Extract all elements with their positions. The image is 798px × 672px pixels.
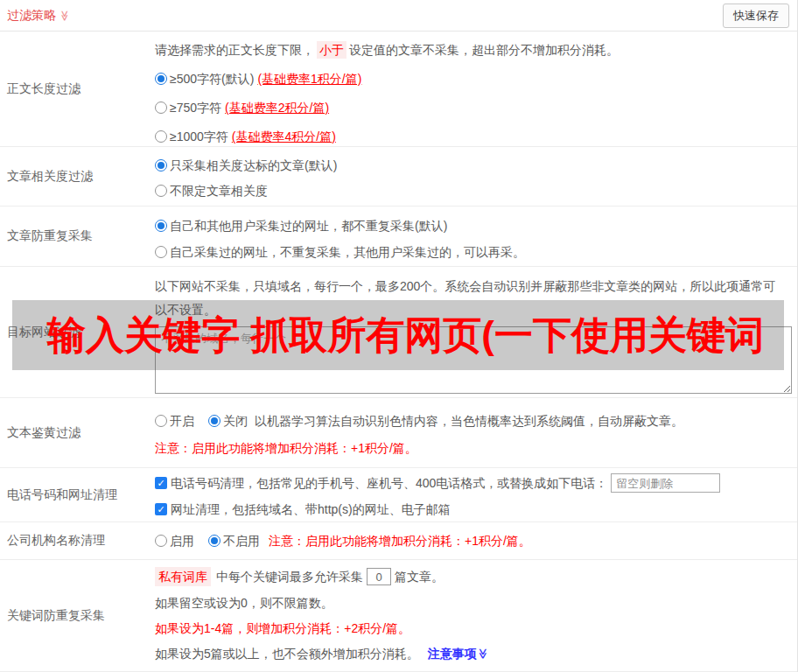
option-text: 自己和其他用户采集过的网址，都不重复采集(默认): [170, 217, 447, 234]
porn-filter-description: 以机器学习算法自动识别色情内容，当色情概率达到系统阈值，自动屏蔽文章。: [255, 412, 683, 430]
section-phone-url: 电话号码和网址清理 ✓ 电话号码清理，包括常见的手机号、座机号、400电话格式，…: [0, 468, 797, 522]
section-company-clean: 公司机构名称清理 启用 不启用 注意：启用此功能将增加积分消耗：+1积分/篇。: [0, 522, 797, 560]
radio-icon-porn-off[interactable]: [208, 415, 220, 427]
section-relevance: 文章相关度过滤 只采集相关度达标的文章(默认) 不限定文章相关度: [0, 147, 797, 206]
fee-text: (基础费率1积分/篇): [257, 70, 361, 88]
keyword-note-cost: 如果设为1-4篇，则增加积分消耗：+2积分/篇。: [155, 620, 792, 637]
radio-icon-company-off[interactable]: [208, 535, 220, 547]
checkbox-row-url[interactable]: ✓ 网址清理，包括纯域名、带http(s)的网址、电子邮箱: [155, 500, 792, 518]
keyword-note-zero: 如果留空或设为0，则不限篇数。: [155, 594, 792, 612]
chevron-double-down-icon: ≫: [478, 648, 488, 660]
keyword-limit-suffix: 篇文章。: [395, 568, 444, 585]
watermark-overlay: 输入关键字 抓取所有网页(一下使用关键词: [12, 300, 784, 370]
radio-option-relevance-any[interactable]: 不限定文章相关度: [155, 182, 792, 200]
option-text: 关闭: [223, 412, 248, 430]
checkbox-row-phone[interactable]: ✓ 电话号码清理，包括常见的手机号、座机号、400电话格式，或替换成如下电话：: [155, 473, 792, 493]
option-text: ≥1000字符: [170, 128, 228, 145]
keyword-limit-input[interactable]: [367, 568, 391, 585]
replacement-phone-input[interactable]: [611, 473, 720, 493]
section-company-clean-label: 公司机构名称清理: [0, 522, 155, 559]
radio-option-dedup-self[interactable]: 自己采集过的网址，不重复采集，其他用户采集过的，可以再采。: [155, 243, 792, 261]
section-article-dedup-label: 文章防重复采集: [0, 206, 155, 266]
option-text: 自己采集过的网址，不重复采集，其他用户采集过的，可以再采。: [170, 243, 525, 261]
less-than-highlight: 小于: [317, 41, 346, 59]
option-text: 不启用: [223, 532, 260, 550]
keyword-limit-text: 中每个关键词最多允许采集: [216, 568, 363, 585]
radio-icon[interactable]: [155, 102, 167, 114]
watermark-text: 输入关键字 抓取所有网页(一下使用关键词: [12, 310, 764, 361]
radio-icon[interactable]: [155, 185, 167, 197]
section-relevance-label: 文章相关度过滤: [0, 147, 155, 206]
section-keyword-dedup-label: 关键词防重复采集: [0, 560, 155, 671]
chevron-double-down-icon: ≫: [60, 10, 70, 21]
quick-save-button[interactable]: 快速保存: [723, 4, 789, 28]
section-porn-filter: 文本鉴黄过滤 开启 关闭 以机器学习算法自动识别色情内容，当色情概率达到系统阈值…: [0, 398, 797, 468]
keyword-note-five: 如果设为5篇或以上，也不会额外增加积分消耗。: [155, 645, 419, 662]
option-text: 电话号码清理，包括常见的手机号、座机号、400电话格式，或替换成如下电话：: [171, 474, 607, 492]
radio-option-dedup-all[interactable]: 自己和其他用户采集过的网址，都不重复采集(默认): [155, 217, 792, 234]
radio-icon-company-on[interactable]: [155, 535, 167, 547]
option-text: 不限定文章相关度: [170, 182, 268, 200]
section-keyword-dedup: 关键词防重复采集 私有词库 中每个关键词最多允许采集 篇文章。 如果留空或设为0…: [0, 560, 797, 672]
fee-text: (基础费率2积分/篇): [225, 99, 329, 116]
radio-icon-porn-on[interactable]: [155, 415, 167, 427]
section-body-length-label: 正文长度过滤: [0, 32, 155, 146]
filter-strategy-page: 过滤策略 ≫ 快速保存 正文长度过滤 请选择需求的正文长度下限，小于设定值的文章…: [0, 0, 798, 672]
company-clean-note: 注意：启用此功能将增加积分消耗：+1积分/篇。: [269, 532, 531, 550]
body-length-intro: 请选择需求的正文长度下限，小于设定值的文章不采集，超出部分不增加积分消耗。: [155, 41, 792, 59]
radio-icon[interactable]: [155, 220, 167, 232]
private-lexicon-badge: 私有词库: [155, 567, 211, 586]
option-text: ≥750字符: [170, 99, 221, 116]
radio-option-1000[interactable]: ≥1000字符 (基础费率4积分/篇): [155, 128, 792, 145]
radio-option-750[interactable]: ≥750字符 (基础费率2积分/篇): [155, 99, 792, 116]
section-body-length: 正文长度过滤 请选择需求的正文长度下限，小于设定值的文章不采集，超出部分不增加积…: [0, 32, 797, 147]
porn-filter-note: 注意：启用此功能将增加积分消耗：+1积分/篇。: [155, 439, 792, 457]
option-text: 启用: [170, 532, 194, 550]
radio-icon[interactable]: [155, 159, 167, 172]
radio-icon[interactable]: [155, 246, 167, 258]
radio-option-500[interactable]: ≥500字符(默认) (基础费率1积分/篇): [155, 70, 792, 88]
page-title[interactable]: 过滤策略 ≫: [7, 8, 71, 24]
option-text: 网址清理，包括纯域名、带http(s)的网址、电子邮箱: [171, 500, 451, 518]
notice-link[interactable]: 注意事项 ≫: [428, 645, 489, 662]
radio-icon[interactable]: [155, 73, 167, 85]
topbar: 过滤策略 ≫ 快速保存: [0, 0, 797, 32]
radio-icon[interactable]: [155, 130, 167, 143]
checkbox-icon[interactable]: ✓: [155, 477, 167, 489]
section-porn-filter-label: 文本鉴黄过滤: [0, 398, 155, 467]
option-text: 只采集相关度达标的文章(默认): [170, 157, 337, 174]
option-text: ≥500字符(默认): [170, 70, 254, 88]
checkbox-icon[interactable]: ✓: [155, 503, 167, 515]
option-text: 开启: [170, 412, 194, 430]
section-phone-url-label: 电话号码和网址清理: [0, 468, 155, 522]
radio-option-relevance-default[interactable]: 只采集相关度达标的文章(默认): [155, 157, 792, 174]
page-title-label: 过滤策略: [7, 8, 56, 24]
section-article-dedup: 文章防重复采集 自己和其他用户采集过的网址，都不重复采集(默认) 自己采集过的网…: [0, 206, 797, 267]
fee-text: (基础费率4积分/篇): [232, 128, 336, 145]
